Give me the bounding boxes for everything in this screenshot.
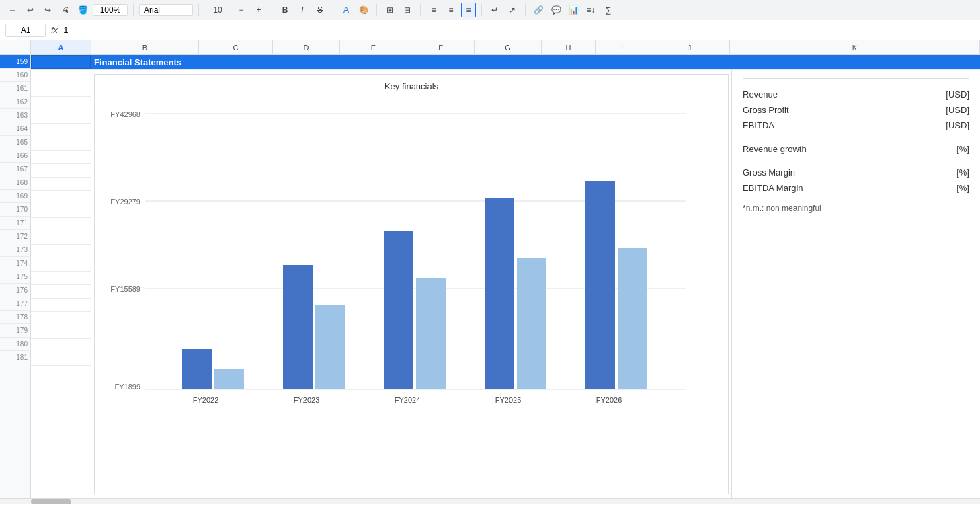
formula-bar: A1 fx 1 [0,20,980,40]
col-header-f[interactable]: F [407,40,475,54]
cell-a172[interactable] [31,231,91,245]
paint-format-btn[interactable]: 🪣 [75,3,90,17]
bar-2026-blue [585,181,615,389]
row-num-163: 163 [0,109,30,122]
row-numbers: 1591601611621631641651661671681691701711… [0,55,31,498]
formula-input[interactable]: 1 [63,25,975,35]
merge-btn[interactable]: ⊟ [400,3,415,17]
col-header-d[interactable]: D [273,40,340,54]
row-num-176: 176 [0,284,30,297]
align-right-btn[interactable]: ≡ [461,3,476,17]
bold-btn[interactable]: B [278,3,292,17]
col-header-a[interactable]: A [31,40,91,54]
align-center-btn[interactable]: ≡ [444,3,458,17]
x-label-2024: FY2024 [395,396,421,404]
print-btn[interactable]: 🖨 [58,3,73,17]
col-header-k[interactable]: K [730,40,980,54]
toolbar: ← ↩ ↪ 🖨 🪣 100% Arial 10 − + B I S A 🎨 ⊞ … [0,0,980,20]
row-num-164: 164 [0,122,30,136]
row-num-165: 165 [0,136,30,149]
horizontal-scrollbar[interactable] [0,498,980,504]
gross-profit-unit: [USD] [946,105,969,115]
cell-a165[interactable] [31,137,91,151]
strike-btn[interactable]: S [313,3,327,17]
cell-a167[interactable] [31,164,91,178]
cell-reference[interactable]: A1 [5,24,46,37]
cell-a160[interactable] [31,70,91,83]
row-num-168: 168 [0,176,30,190]
font-decrease-btn[interactable]: − [234,3,249,17]
row-num-166: 166 [0,149,30,163]
col-header-i[interactable]: I [596,40,649,54]
font-size-btn[interactable]: 10 [204,3,231,17]
cell-a178[interactable] [31,312,91,325]
col-header-e[interactable]: E [340,40,407,54]
sidebar-divider-2 [743,157,969,165]
cell-b159[interactable]: Financial Statements [91,55,980,69]
col-header-j[interactable]: J [649,40,730,54]
cell-a175[interactable] [31,272,91,285]
cell-a173[interactable] [31,245,91,258]
align-left-btn[interactable]: ≡ [426,3,441,17]
sidebar-divider-1 [743,133,969,141]
row-num-160: 160 [0,69,30,82]
separator-2 [198,4,199,16]
cell-a170[interactable] [31,204,91,218]
cell-a168[interactable] [31,178,91,191]
cell-a171[interactable] [31,218,91,231]
wrap-btn[interactable]: ↵ [487,3,502,17]
comment-btn[interactable]: 💬 [548,3,563,17]
cell-a180[interactable] [31,339,91,352]
y-label-top: FY42968 [110,110,140,118]
italic-btn[interactable]: I [295,3,310,17]
redo-btn[interactable]: ↪ [40,3,55,17]
revenue-growth-label: Revenue growth [743,144,807,154]
cell-a169[interactable] [31,191,91,204]
font-increase-btn[interactable]: + [251,3,266,17]
y-label-bottom: FY1899 [114,383,140,391]
rotate-btn[interactable]: ↗ [505,3,520,17]
function-btn[interactable]: ∑ [601,3,616,17]
separator-6 [420,4,421,16]
revenue-growth-unit: [%] [956,144,969,154]
cell-a181[interactable] [31,352,91,366]
cell-a174[interactable] [31,258,91,272]
x-label-2025: FY2025 [495,396,522,404]
zoom-level[interactable]: 100% [93,4,128,16]
cell-a166[interactable] [31,151,91,164]
col-header-g[interactable]: G [475,40,542,54]
col-header-c[interactable]: C [199,40,273,54]
undo-btn[interactable]: ↩ [23,3,38,17]
sidebar-row-gross-margin: Gross Margin [%] [743,165,969,180]
sidebar-row-ebitda-margin: EBITDA Margin [%] [743,180,969,196]
back-btn[interactable]: ← [5,3,20,17]
cell-a176[interactable] [31,285,91,299]
cell-a163[interactable] [31,110,91,124]
cell-a161[interactable] [31,83,91,97]
table-row: Financial Statements [31,55,980,70]
chart-panel: Key financials FY42968 FY29279 FY15589 F… [94,74,729,494]
col-header-h[interactable]: H [542,40,596,54]
sidebar-note: *n.m.: non meaningful [743,204,969,213]
cell-a164[interactable] [31,124,91,137]
bar-2025-light [517,258,546,389]
row-num-159: 159 [0,55,30,69]
text-color-btn[interactable]: A [339,3,354,17]
separator-5 [376,4,377,16]
filter-btn[interactable]: ≡↕ [583,3,598,17]
chart-btn[interactable]: 📊 [566,3,581,17]
cell-a179[interactable] [31,325,91,339]
font-selector[interactable]: Arial [139,4,193,16]
link-btn[interactable]: 🔗 [531,3,546,17]
row-num-178: 178 [0,311,30,324]
cell-a177[interactable] [31,299,91,312]
chart-section: Key financials FY42968 FY29279 FY15589 F… [31,70,980,498]
cell-a159[interactable] [31,55,91,69]
sidebar-row-ebitda: EBITDA [USD] [743,118,969,133]
borders-btn[interactable]: ⊞ [382,3,397,17]
bar-2024-light [416,278,446,389]
fill-color-btn[interactable]: 🎨 [356,3,371,17]
col-header-b[interactable]: B [91,40,199,54]
cell-a162[interactable] [31,97,91,110]
y-label-mid2: FY15589 [110,285,140,293]
